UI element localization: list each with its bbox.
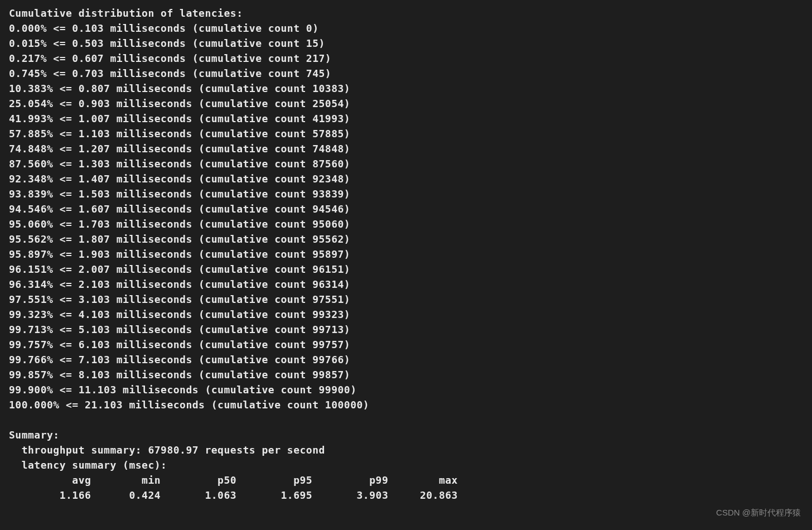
distribution-row: 95.060% <= 1.703 milliseconds (cumulativ… <box>9 216 803 232</box>
distribution-row: 0.000% <= 0.103 milliseconds (cumulative… <box>9 21 803 36</box>
distribution-row: 41.993% <= 1.007 milliseconds (cumulativ… <box>9 111 803 126</box>
distribution-row: 95.897% <= 1.903 milliseconds (cumulativ… <box>9 247 803 262</box>
distribution-row: 87.560% <= 1.303 milliseconds (cumulativ… <box>9 156 803 171</box>
distribution-row: 97.551% <= 3.103 milliseconds (cumulativ… <box>9 292 803 307</box>
distribution-row: 99.757% <= 6.103 milliseconds (cumulativ… <box>9 337 803 352</box>
distribution-row: 10.383% <= 0.807 milliseconds (cumulativ… <box>9 81 803 96</box>
distribution-row: 99.766% <= 7.103 milliseconds (cumulativ… <box>9 352 803 367</box>
distribution-row: 99.713% <= 5.103 milliseconds (cumulativ… <box>9 322 803 337</box>
distribution-row: 0.015% <= 0.503 milliseconds (cumulative… <box>9 36 803 51</box>
distribution-row: 96.314% <= 2.103 milliseconds (cumulativ… <box>9 277 803 292</box>
throughput-summary: throughput summary: 67980.97 requests pe… <box>9 442 803 457</box>
summary-headers: avg min p50 p95 p99 max <box>9 473 803 488</box>
distribution-row: 25.054% <= 0.903 milliseconds (cumulativ… <box>9 96 803 111</box>
latency-summary-label: latency summary (msec): <box>9 457 803 473</box>
distribution-row: 57.885% <= 1.103 milliseconds (cumulativ… <box>9 126 803 141</box>
distribution-header: Cumulative distribution of latencies: <box>9 6 803 21</box>
distribution-row: 96.151% <= 2.007 milliseconds (cumulativ… <box>9 262 803 277</box>
distribution-row: 0.217% <= 0.607 milliseconds (cumulative… <box>9 51 803 66</box>
terminal-output: Cumulative distribution of latencies: 0.… <box>9 6 803 503</box>
distribution-row: 93.839% <= 1.503 milliseconds (cumulativ… <box>9 186 803 201</box>
distribution-row: 0.745% <= 0.703 milliseconds (cumulative… <box>9 66 803 81</box>
distribution-row: 95.562% <= 1.807 milliseconds (cumulativ… <box>9 232 803 247</box>
distribution-row: 92.348% <= 1.407 milliseconds (cumulativ… <box>9 171 803 186</box>
distribution-row: 99.900% <= 11.103 milliseconds (cumulati… <box>9 382 803 397</box>
summary-title: Summary: <box>9 427 803 442</box>
distribution-row: 99.323% <= 4.103 milliseconds (cumulativ… <box>9 307 803 322</box>
distribution-row: 94.546% <= 1.607 milliseconds (cumulativ… <box>9 201 803 216</box>
distribution-row: 99.857% <= 8.103 milliseconds (cumulativ… <box>9 367 803 382</box>
watermark: CSDN @新时代程序猿 <box>716 507 801 519</box>
distribution-row: 74.848% <= 1.207 milliseconds (cumulativ… <box>9 141 803 156</box>
distribution-row: 100.000% <= 21.103 milliseconds (cumulat… <box>9 397 803 412</box>
blank-line <box>9 412 803 427</box>
distribution-list: 0.000% <= 0.103 milliseconds (cumulative… <box>9 21 803 412</box>
summary-values: 1.166 0.424 1.063 1.695 3.903 20.863 <box>9 488 803 503</box>
